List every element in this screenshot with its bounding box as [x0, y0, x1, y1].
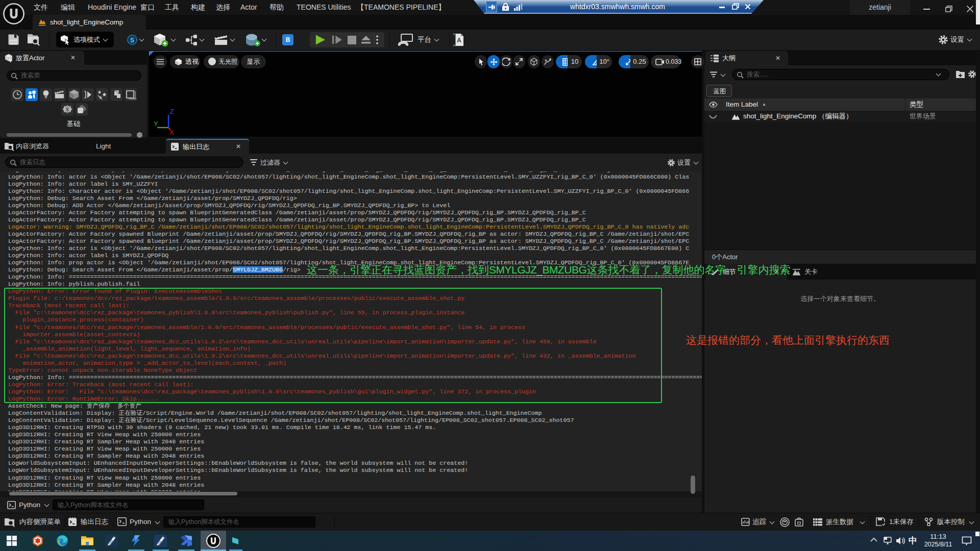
- svg-text:Y: Y: [154, 120, 158, 128]
- svg-text:S: S: [130, 37, 134, 44]
- svg-text:X: X: [169, 129, 174, 135]
- svg-text:Z: Z: [170, 108, 174, 115]
